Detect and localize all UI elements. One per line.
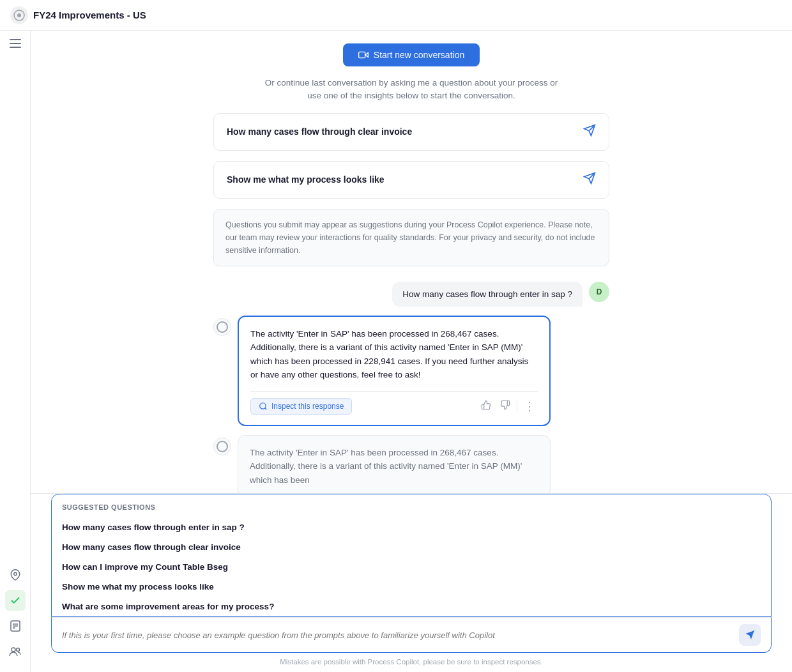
sidebar-document-icon[interactable]: [5, 616, 26, 636]
more-options-button[interactable]: ⋮: [521, 398, 538, 415]
sidebar-bottom-icons: [5, 565, 26, 672]
send-button[interactable]: [739, 624, 761, 646]
suggestion-1-text: How many cases flow through clear invoic…: [227, 126, 412, 137]
bot-avatar: [213, 318, 231, 336]
suggestion-2-send-icon: [583, 172, 596, 188]
suggestion-2-text: Show me what my process looks like: [227, 174, 385, 185]
bot-message-partial-row: The activity 'Enter in SAP' has been pro…: [213, 435, 609, 493]
suggested-questions-panel: Suggested questions How many cases flow …: [51, 494, 772, 617]
sq-item-2[interactable]: How many cases flow through clear invoic…: [62, 537, 761, 557]
chat-area: Start new conversation Or continue last …: [31, 31, 792, 493]
svg-point-1: [17, 13, 21, 17]
svg-point-21: [260, 403, 266, 409]
suggestion-card-2[interactable]: Show me what my process looks like: [213, 161, 609, 199]
sidebar-menu-icon[interactable]: [5, 33, 26, 54]
sidebar-check-icon[interactable]: [5, 590, 26, 611]
svg-rect-6: [10, 39, 21, 40]
sq-item-3[interactable]: How can I improve my Count Table Bseg: [62, 557, 761, 577]
sq-item-4[interactable]: Show me what my process looks like: [62, 577, 761, 597]
new-conversation-button[interactable]: Start new conversation: [343, 43, 480, 66]
messages-section: How many cases flow through enter in sap…: [213, 282, 609, 494]
svg-point-15: [16, 648, 19, 652]
svg-rect-7: [10, 43, 21, 44]
new-conversation-label: Start new conversation: [374, 50, 464, 60]
sq-item-5[interactable]: What are some improvement areas for my p…: [62, 597, 761, 616]
bot-avatar-2: [213, 438, 231, 455]
svg-rect-8: [10, 47, 21, 48]
vote-actions: ⋮: [478, 398, 538, 415]
svg-point-14: [11, 648, 15, 652]
main-content: Start new conversation Or continue last …: [31, 31, 792, 672]
thumbs-down-button[interactable]: [498, 399, 513, 414]
footer-disclaimer: Mistakes are possible with Process Copil…: [31, 653, 792, 672]
svg-marker-24: [745, 630, 754, 639]
privacy-note: Questions you submit may appear as sugge…: [213, 209, 609, 266]
suggestion-1-send-icon: [583, 124, 596, 140]
bot-message-row: The activity 'Enter in SAP' has been pro…: [213, 316, 609, 426]
subtitle-text: Or continue last conversation by asking …: [258, 77, 565, 103]
svg-rect-16: [358, 52, 365, 57]
user-message-row: How many cases flow through enter in sap…: [213, 282, 609, 307]
sidebar-pin-icon[interactable]: [5, 565, 26, 585]
thumbs-up-button[interactable]: [478, 399, 494, 414]
svg-line-22: [265, 408, 267, 410]
sq-item-1[interactable]: How many cases flow through enter in sap…: [62, 517, 761, 537]
bot-message-bubble: The activity 'Enter in SAP' has been pro…: [238, 316, 551, 426]
inspect-response-button[interactable]: Inspect this response: [250, 398, 352, 415]
user-message-bubble: How many cases flow through enter in sap…: [392, 282, 583, 307]
bottom-panel: Suggested questions How many cases flow …: [31, 493, 792, 672]
bot-message-actions: Inspect this response: [250, 391, 538, 415]
vote-divider: [517, 401, 517, 411]
svg-point-9: [13, 572, 17, 576]
suggested-questions-title: Suggested questions: [62, 503, 761, 511]
user-avatar: D: [589, 282, 609, 302]
input-area: [51, 617, 772, 653]
chat-input[interactable]: [62, 630, 734, 640]
sidebar: [0, 0, 31, 672]
topbar: FY24 Improvements - US: [0, 0, 792, 31]
page-title: FY24 Improvements - US: [33, 10, 146, 20]
suggestion-card-1[interactable]: How many cases flow through clear invoic…: [213, 113, 609, 151]
bot-message-partial: The activity 'Enter in SAP' has been pro…: [238, 435, 551, 493]
chat-content: Start new conversation Or continue last …: [213, 43, 609, 493]
app-icon: [10, 6, 28, 24]
sidebar-group-icon[interactable]: [5, 641, 26, 662]
